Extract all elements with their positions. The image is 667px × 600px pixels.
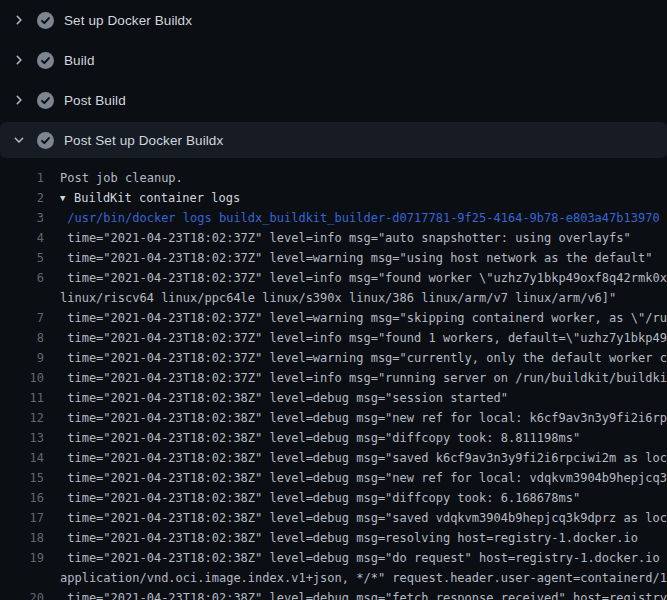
log-line-text: application/vnd.oci.image.index.v1+json,… (60, 568, 667, 588)
log-row: 5 time="2021-04-23T18:02:37Z" level=warn… (0, 248, 667, 268)
log-line-text: linux/riscv64 linux/ppc64le linux/s390x … (60, 288, 616, 308)
log-line-number[interactable]: 8 (0, 328, 44, 348)
step-post-set-up-docker-buildx[interactable]: Post Set up Docker Buildx (0, 122, 667, 158)
log-line-number[interactable]: 10 (0, 368, 44, 388)
log-line-text: /usr/bin/docker logs buildx_buildkit_bui… (60, 208, 660, 228)
log-line-text: time="2021-04-23T18:02:37Z" level=warnin… (60, 248, 652, 268)
log-line-number[interactable]: 2 (0, 188, 44, 208)
log-line-text: Post job cleanup. (60, 168, 183, 188)
log-row: 15 time="2021-04-23T18:02:38Z" level=deb… (0, 468, 667, 488)
log-line-number[interactable]: 20 (0, 588, 44, 600)
log-row: 8 time="2021-04-23T18:02:37Z" level=info… (0, 328, 667, 348)
log-row: 16 time="2021-04-23T18:02:38Z" level=deb… (0, 488, 667, 508)
log-line-number[interactable]: 19 (0, 548, 44, 568)
log-line-text: time="2021-04-23T18:02:38Z" level=debug … (60, 448, 667, 468)
log-row: 9 time="2021-04-23T18:02:37Z" level=warn… (0, 348, 667, 368)
step-label: Post Build (64, 93, 126, 108)
log-row: 18 time="2021-04-23T18:02:38Z" level=deb… (0, 528, 667, 548)
log-line-number[interactable]: 15 (0, 468, 44, 488)
step-label: Set up Docker Buildx (64, 13, 192, 28)
log-row: 19 time="2021-04-23T18:02:38Z" level=deb… (0, 548, 667, 568)
step-build[interactable]: Build (0, 40, 667, 80)
log-line-number[interactable]: 12 (0, 408, 44, 428)
log-line-text: time="2021-04-23T18:02:37Z" level=warnin… (60, 348, 667, 368)
log-line-text: time="2021-04-23T18:02:38Z" level=debug … (60, 588, 667, 600)
log-line-number[interactable]: 17 (0, 508, 44, 528)
log-line-text: time="2021-04-23T18:02:38Z" level=debug … (60, 388, 508, 408)
log-line-number[interactable]: 18 (0, 528, 44, 548)
log-row: 11 time="2021-04-23T18:02:38Z" level=deb… (0, 388, 667, 408)
log-line-text: time="2021-04-23T18:02:38Z" level=debug … (60, 508, 667, 528)
log-line-text[interactable]: ▼BuildKit container logs (60, 188, 240, 208)
log-line-text: time="2021-04-23T18:02:37Z" level=info m… (60, 328, 667, 348)
log-line-number[interactable]: 3 (0, 208, 44, 228)
chevron-right-icon (11, 52, 27, 68)
log-line-number[interactable]: 9 (0, 348, 44, 368)
log-line-number[interactable]: 7 (0, 308, 44, 328)
log-line-number[interactable]: 1 (0, 168, 44, 188)
log-line-number[interactable] (0, 288, 44, 308)
log-row: 20 time="2021-04-23T18:02:38Z" level=deb… (0, 588, 667, 600)
log-line-text: time="2021-04-23T18:02:37Z" level=info m… (60, 268, 667, 288)
steps-list: Set up Docker Buildx Build Post Build Po… (0, 0, 667, 158)
step-set-up-docker-buildx[interactable]: Set up Docker Buildx (0, 0, 667, 40)
check-circle-icon (37, 12, 54, 29)
log-row: 13 time="2021-04-23T18:02:38Z" level=deb… (0, 428, 667, 448)
log-line-number[interactable]: 5 (0, 248, 44, 268)
log-line-number[interactable]: 11 (0, 388, 44, 408)
check-circle-icon (37, 132, 54, 149)
log-line-number[interactable] (0, 568, 44, 588)
log-line-text: time="2021-04-23T18:02:38Z" level=debug … (60, 468, 667, 488)
log-line-text: time="2021-04-23T18:02:37Z" level=info m… (60, 368, 667, 388)
log-row: 10 time="2021-04-23T18:02:37Z" level=inf… (0, 368, 667, 388)
log-line-text: time="2021-04-23T18:02:37Z" level=info m… (60, 228, 631, 248)
chevron-right-icon (11, 92, 27, 108)
log-row: 17 time="2021-04-23T18:02:38Z" level=deb… (0, 508, 667, 528)
chevron-right-icon (11, 12, 27, 28)
log-line-number[interactable]: 13 (0, 428, 44, 448)
check-circle-icon (37, 92, 54, 109)
log-row: 4 time="2021-04-23T18:02:37Z" level=info… (0, 228, 667, 248)
log-row: linux/riscv64 linux/ppc64le linux/s390x … (0, 288, 667, 308)
log-line-number[interactable]: 14 (0, 448, 44, 468)
log-line-text: time="2021-04-23T18:02:38Z" level=debug … (60, 488, 580, 508)
log-line-number[interactable]: 16 (0, 488, 44, 508)
step-label: Post Set up Docker Buildx (64, 133, 223, 148)
log-line-number[interactable]: 6 (0, 268, 44, 288)
log-output: 1 Post job cleanup. 2 ▼BuildKit containe… (0, 168, 667, 600)
chevron-down-icon (11, 132, 27, 148)
log-line-text: time="2021-04-23T18:02:38Z" level=debug … (60, 428, 580, 448)
step-label: Build (64, 53, 95, 68)
log-row: 1 Post job cleanup. (0, 168, 667, 188)
log-row: 7 time="2021-04-23T18:02:37Z" level=warn… (0, 308, 667, 328)
log-row: 14 time="2021-04-23T18:02:38Z" level=deb… (0, 448, 667, 468)
collapse-triangle-icon[interactable]: ▼ (60, 188, 74, 208)
log-line-text: time="2021-04-23T18:02:37Z" level=warnin… (60, 308, 667, 328)
log-line-text: time="2021-04-23T18:02:38Z" level=debug … (60, 408, 667, 428)
log-row: application/vnd.oci.image.index.v1+json,… (0, 568, 667, 588)
log-row: 3 /usr/bin/docker logs buildx_buildkit_b… (0, 208, 667, 228)
step-post-build[interactable]: Post Build (0, 80, 667, 120)
check-circle-icon (37, 52, 54, 69)
log-row: 6 time="2021-04-23T18:02:37Z" level=info… (0, 268, 667, 288)
log-line-text: time="2021-04-23T18:02:38Z" level=debug … (60, 548, 667, 568)
log-row: 12 time="2021-04-23T18:02:38Z" level=deb… (0, 408, 667, 428)
log-line-text: time="2021-04-23T18:02:38Z" level=debug … (60, 528, 638, 548)
log-line-number[interactable]: 4 (0, 228, 44, 248)
log-row: 2 ▼BuildKit container logs (0, 188, 667, 208)
